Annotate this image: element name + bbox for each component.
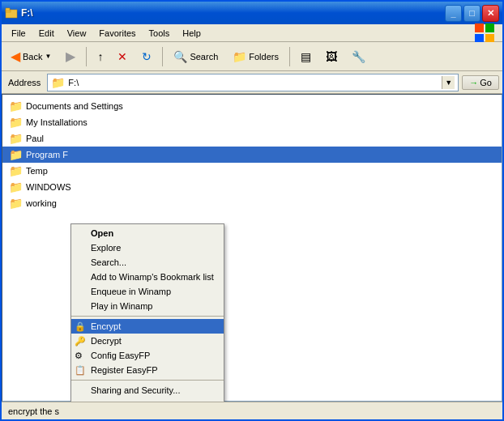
refresh-button[interactable]: ↻ (136, 47, 157, 66)
file-item-name: Temp (26, 166, 48, 176)
folder-icon: 📁 (9, 100, 23, 113)
file-item-name: Program F (26, 150, 68, 159)
file-item-documents[interactable]: 📁 Documents and Settings (2, 98, 502, 114)
main-area: 📁 Documents and Settings 📁 My Installati… (2, 94, 502, 402)
filmstrip-button[interactable]: 🖼 (320, 47, 343, 66)
go-arrow-icon: → (469, 78, 478, 87)
ctx-separator-1 (71, 316, 224, 317)
address-input[interactable] (68, 78, 438, 87)
ctx-open-label: Open (91, 228, 113, 238)
ctx-play-winamp-label: Play in Winamp (91, 301, 152, 311)
address-dropdown[interactable]: ▼ (442, 76, 455, 89)
ctx-winzip[interactable]: WinZip ▶ (71, 398, 224, 402)
address-label: Address (5, 78, 44, 87)
folder-icon: 📁 (9, 197, 23, 210)
go-button[interactable]: → Go (462, 75, 499, 90)
file-item-windows[interactable]: 📁 WINDOWS (2, 179, 502, 195)
ctx-config-easyfp[interactable]: ⚙ Config EasyFP (71, 348, 224, 363)
file-item-name: working (26, 198, 57, 208)
ctx-config-easyfp-label: Config EasyFP (91, 351, 150, 360)
search-button[interactable]: 🔍 Search (168, 47, 224, 66)
close-button[interactable]: ✕ (482, 5, 499, 22)
search-icon: 🔍 (173, 50, 187, 63)
forward-arrow-icon: ▶ (66, 49, 75, 64)
config-easyfp-icon: ⚙ (75, 351, 83, 361)
explorer-window: F:\ _ □ ✕ File Edit View Favorites Tools… (0, 0, 504, 421)
ctx-winzip-label: WinZip (91, 400, 118, 402)
ctx-explore-label: Explore (91, 243, 121, 253)
window-title: F:\ (21, 7, 445, 19)
folders-icon: 📁 (233, 50, 246, 63)
extras-icon: 🔧 (352, 50, 365, 63)
file-item-name: WINDOWS (26, 182, 71, 192)
toolbar-separator-2 (162, 47, 163, 66)
file-item-paul[interactable]: 📁 Paul (2, 130, 502, 147)
stop-button[interactable]: ✕ (112, 47, 133, 66)
file-item-working[interactable]: 📁 working (2, 195, 502, 211)
go-label: Go (480, 78, 492, 87)
ctx-register-easyfp[interactable]: 📋 Register EasyFP (71, 363, 224, 377)
menu-file[interactable]: File (5, 27, 32, 40)
svg-rect-4 (485, 23, 494, 32)
ctx-search[interactable]: Search... (71, 255, 224, 270)
ctx-decrypt[interactable]: 🔑 Decrypt (71, 334, 224, 348)
up-icon: ↑ (97, 50, 103, 63)
folders-label: Folders (249, 52, 279, 62)
ctx-enqueue-winamp[interactable]: Enqueue in Winamp (71, 284, 224, 299)
views-button[interactable]: ▤ (295, 47, 317, 66)
addressbar: Address 📁 ▼ → Go (2, 71, 502, 94)
menu-edit[interactable]: Edit (32, 27, 61, 40)
ctx-open[interactable]: Open (71, 226, 224, 240)
address-folder-icon: 📁 (51, 76, 65, 89)
back-dropdown-icon: ▼ (45, 53, 51, 60)
ctx-winamp-bookmark-label: Add to Winamp's Bookmark list (91, 272, 214, 282)
maximize-button[interactable]: □ (463, 5, 481, 22)
file-item-name: Documents and Settings (26, 101, 123, 111)
titlebar-buttons: _ □ ✕ (445, 5, 499, 22)
ctx-sharing-security[interactable]: Sharing and Security... (71, 383, 224, 398)
menu-favorites[interactable]: Favorites (92, 27, 142, 40)
ctx-encrypt[interactable]: 🔒 Encrypt (71, 319, 224, 334)
views-icon: ▤ (301, 50, 311, 63)
ctx-explore[interactable]: Explore (71, 240, 224, 255)
ctx-search-label: Search... (91, 257, 126, 267)
folders-button[interactable]: 📁 Folders (227, 47, 284, 66)
extras-button[interactable]: 🔧 (346, 47, 371, 66)
file-item-my-installations[interactable]: 📁 My Installations (2, 114, 502, 130)
statusbar: encrypt the s (2, 402, 502, 419)
up-button[interactable]: ↑ (92, 47, 109, 66)
menu-tools[interactable]: Tools (143, 27, 177, 40)
folder-icon: 📁 (9, 116, 23, 129)
ctx-enqueue-winamp-label: Enqueue in Winamp (91, 287, 171, 296)
menu-help[interactable]: Help (176, 27, 207, 40)
decrypt-icon: 🔑 (75, 336, 86, 347)
statusbar-text: encrypt the s (8, 406, 59, 416)
search-label: Search (190, 52, 218, 62)
svg-rect-3 (475, 23, 484, 32)
toolbar: ◀ Back ▼ ▶ ↑ ✕ ↻ 🔍 Search 📁 Folders (2, 42, 502, 71)
register-easyfp-icon: 📋 (75, 365, 86, 376)
folder-icon: 📁 (9, 181, 23, 193)
ctx-play-winamp[interactable]: Play in Winamp (71, 299, 224, 313)
ctx-separator-2 (71, 380, 224, 381)
back-arrow-icon: ◀ (11, 49, 20, 64)
file-item-program[interactable]: 📁 Program F (2, 147, 502, 163)
ctx-winamp-bookmark[interactable]: Add to Winamp's Bookmark list (71, 270, 224, 284)
folder-icon: 📁 (9, 148, 23, 161)
ctx-sharing-security-label: Sharing and Security... (91, 385, 180, 395)
file-item-temp[interactable]: 📁 Temp (2, 163, 502, 179)
refresh-icon: ↻ (142, 50, 152, 63)
toolbar-separator-1 (86, 47, 87, 66)
winzip-arrow-icon: ▶ (202, 401, 207, 402)
titlebar: F:\ _ □ ✕ (2, 2, 502, 24)
menu-view[interactable]: View (61, 27, 93, 40)
back-button[interactable]: ◀ Back ▼ (5, 45, 57, 67)
minimize-button[interactable]: _ (445, 5, 462, 22)
file-item-name: My Installations (26, 117, 88, 127)
stop-icon: ✕ (117, 50, 127, 63)
svg-rect-2 (6, 8, 10, 11)
window-icon (5, 6, 18, 19)
ctx-register-easyfp-label: Register EasyFP (91, 365, 158, 375)
folder-icon: 📁 (9, 164, 23, 177)
forward-button[interactable]: ▶ (60, 45, 81, 67)
